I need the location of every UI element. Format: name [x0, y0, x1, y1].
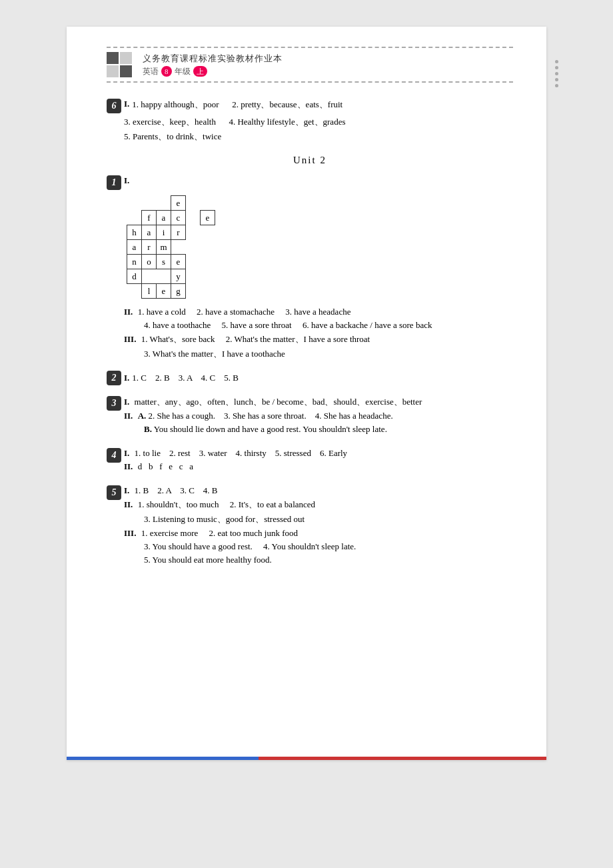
page: 义务教育课程标准实验教材作业本 英语 8 年级 上 6 I. 1. happy … — [67, 27, 546, 760]
section-3-num: 3 — [107, 396, 121, 411]
g-cell: h — [127, 225, 142, 240]
g-cell: l — [142, 284, 157, 299]
logo-block-4 — [120, 65, 132, 77]
section-1-ii-line2: 4. have a toothache 5. have a sore throa… — [144, 320, 513, 331]
g-cell — [186, 240, 201, 255]
section-2-num: 2 — [107, 371, 121, 385]
section-1-iii-line2: 3. What's the matter、I have a toothache — [144, 348, 513, 360]
logo-block-1 — [107, 52, 119, 64]
dot — [555, 84, 558, 87]
dot — [555, 60, 558, 63]
section-6-line2: 3. exercise、keep、health 4. Healthy lifes… — [124, 116, 513, 128]
section-3-roman2-b: B. You should lie down and have a good r… — [144, 424, 422, 435]
g-cell — [186, 196, 201, 211]
section-2: 2 I. 1. C 2. B 3. A 4. C 5. B — [107, 371, 513, 385]
section-1-iii-line1: III. 1. What's、sore back 2. What's the m… — [124, 333, 513, 345]
section-6-content: 3. exercise、keep、health 4. Healthy lifes… — [124, 116, 513, 143]
g-cell — [201, 284, 215, 299]
section-3-roman2-a: II. A. 2. She has a cough. 3. She has a … — [124, 411, 422, 421]
g-cell — [201, 225, 215, 240]
g-cell — [127, 196, 142, 211]
g-cell: a — [142, 225, 157, 240]
section-5-roman2-line1: II. 1. shouldn't、too much 2. It's、to eat… — [124, 499, 356, 511]
header-text: 义务教育课程标准实验教材作业本 英语 8 年级 上 — [143, 52, 283, 77]
g-cell — [142, 196, 157, 211]
g-cell: i — [157, 225, 171, 240]
section-5-roman1: I. 1. B 2. A 3. C 4. B — [124, 485, 356, 496]
section-3: 3 I. matter、any、ago、often、lunch、be / bec… — [107, 396, 513, 437]
g-cell: e — [157, 284, 171, 299]
header-subtitle: 英语 8 年级 上 — [143, 65, 283, 77]
g-cell — [127, 284, 142, 299]
g-cell — [201, 255, 215, 269]
logo — [107, 52, 132, 77]
g-cell — [186, 284, 201, 299]
g-cell: e — [201, 211, 215, 225]
g-cell: y — [171, 269, 186, 284]
bottom-bar — [67, 757, 546, 760]
section-3-roman1: I. matter、any、ago、often、lunch、be / becom… — [124, 396, 422, 408]
g-cell — [201, 269, 215, 284]
section-4-num: 4 — [107, 448, 121, 463]
section-6-num: 6 — [107, 99, 121, 113]
g-cell: o — [142, 255, 157, 269]
section-5-roman2-line2: 3. Listening to music、good for、stressed … — [144, 513, 356, 525]
dot — [555, 66, 558, 69]
section-1-content: II. 1. have a cold 2. have a stomachache… — [124, 307, 513, 360]
section-5-roman3-line1: III. 1. exercise more 2. eat too much ju… — [124, 528, 356, 539]
g-cell: g — [171, 284, 186, 299]
g-cell — [157, 269, 171, 284]
dot — [555, 72, 558, 75]
g-cell: r — [171, 225, 186, 240]
right-dots — [555, 60, 558, 87]
section-2-items: 1. C 2. B 3. A 4. C 5. B — [132, 373, 239, 383]
section-6-roman1-label: I. — [124, 99, 129, 109]
g-cell — [186, 255, 201, 269]
header-title: 义务教育课程标准实验教材作业本 — [143, 52, 283, 65]
section-4-roman1: I. 1. to lie 2. rest 3. water 4. thirsty… — [124, 448, 347, 459]
section-6-line3: 5. Parents、to drink、twice — [124, 131, 513, 143]
g-cell — [201, 196, 215, 211]
g-cell: a — [127, 240, 142, 255]
section-5: 5 I. 1. B 2. A 3. C 4. B II. 1. shouldn'… — [107, 485, 513, 568]
grid-table: e f a c e h a i r — [127, 195, 215, 299]
section-1-roman1-label: I. — [124, 175, 129, 186]
g-cell — [186, 225, 201, 240]
g-cell: s — [157, 255, 171, 269]
g-cell: f — [142, 211, 157, 225]
g-cell: c — [171, 211, 186, 225]
g-cell — [142, 269, 157, 284]
header: 义务教育课程标准实验教材作业本 英语 8 年级 上 — [107, 47, 513, 83]
g-cell: r — [142, 240, 157, 255]
unit-title: Unit 2 — [107, 155, 513, 166]
g-cell — [186, 269, 201, 284]
crossword: e f a c e h a i r — [127, 195, 215, 299]
g-cell: e — [171, 196, 186, 211]
g-cell — [157, 196, 171, 211]
g-cell: n — [127, 255, 142, 269]
g-cell — [201, 240, 215, 255]
section-1-num: 1 — [107, 175, 121, 190]
g-cell — [186, 211, 201, 225]
section-5-roman3-line3: 5. You should eat more healthy food. — [144, 555, 356, 565]
section-1-ii-line1: II. 1. have a cold 2. have a stomachache… — [124, 307, 513, 317]
badge1: 8 — [161, 66, 172, 77]
logo-block-2 — [120, 52, 132, 64]
g-cell: m — [157, 240, 171, 255]
section-6: 6 I. 1. happy although、poor 2. pretty、be… — [107, 99, 513, 143]
g-cell: a — [157, 211, 171, 225]
section-4: 4 I. 1. to lie 2. rest 3. water 4. thirs… — [107, 448, 513, 475]
section-4-roman2: II. d b f e c a — [124, 461, 347, 472]
section-1: 1 I. e f a c — [107, 175, 513, 360]
section-5-roman3-line2: 3. You should have a good rest. 4. You s… — [144, 541, 356, 552]
g-cell — [171, 240, 186, 255]
badge3: 上 — [193, 66, 207, 77]
g-cell: e — [171, 255, 186, 269]
section-5-num: 5 — [107, 485, 121, 500]
section-6-header: 6 I. 1. happy although、poor 2. pretty、be… — [107, 99, 513, 113]
g-cell: d — [127, 269, 142, 284]
section-2-roman1-label: I. — [124, 373, 129, 383]
dot — [555, 78, 558, 81]
logo-block-3 — [107, 65, 119, 77]
section-6-item1: 1. happy although、poor 2. pretty、because… — [132, 99, 342, 111]
